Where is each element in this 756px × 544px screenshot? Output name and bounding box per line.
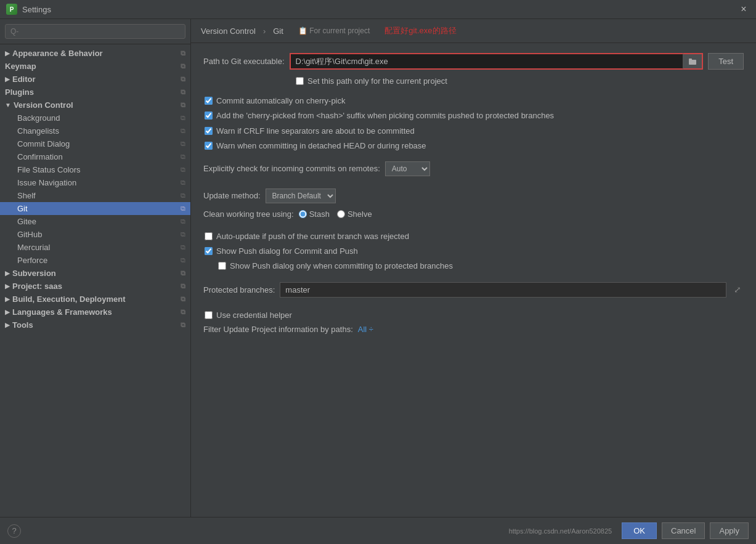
sidebar-item-background[interactable]: Background ⧉ xyxy=(0,112,190,124)
sidebar-item-languages[interactable]: ▶ Languages & Frameworks ⧉ xyxy=(0,306,190,319)
arrow-icon-editor: ▶ xyxy=(5,76,10,83)
for-project-text: For current project xyxy=(309,26,370,35)
folder-icon xyxy=(688,57,697,66)
divider2 xyxy=(203,182,744,189)
auto-update-row: Auto-update if push of the current branc… xyxy=(203,231,744,242)
annotation-text: 配置好git.exe的路径 xyxy=(384,25,456,36)
copy-icon-appearance: ⧉ xyxy=(181,49,185,57)
sidebar-item-shelf[interactable]: Shelf ⧉ xyxy=(0,189,190,202)
copy-icon-mercurial: ⧉ xyxy=(181,243,185,251)
copy-icon-shelf: ⧉ xyxy=(181,192,185,200)
arrow-icon-build: ▶ xyxy=(5,296,10,302)
stash-radio[interactable] xyxy=(299,210,307,218)
apply-button[interactable]: Apply xyxy=(710,522,749,539)
cherry-pick-checkbox[interactable] xyxy=(205,97,213,105)
crlf-label[interactable]: Warn if CRLF line separators are about t… xyxy=(216,126,415,137)
sidebar-label-commit-dialog: Commit Dialog xyxy=(17,139,70,148)
sidebar-item-perforce[interactable]: Perforce ⧉ xyxy=(0,254,190,267)
set-path-label[interactable]: Set this path only for the current proje… xyxy=(307,76,447,87)
sidebar-item-tools[interactable]: ▶ Tools ⧉ xyxy=(0,319,190,331)
test-button[interactable]: Test xyxy=(708,53,744,70)
sidebar-label-appearance: Appearance & Behavior xyxy=(12,49,103,58)
sidebar-item-file-status-colors[interactable]: File Status Colors ⧉ xyxy=(0,163,190,176)
expand-protected-button[interactable]: ⤢ xyxy=(731,283,744,296)
sidebar-item-subversion[interactable]: ▶ Subversion ⧉ xyxy=(0,267,190,280)
crlf-checkbox[interactable] xyxy=(205,127,213,135)
divider4 xyxy=(203,276,744,282)
sidebar-item-appearance[interactable]: ▶ Appearance & Behavior ⧉ xyxy=(0,47,190,60)
cherry-picked-suffix-label[interactable]: Add the 'cherry-picked from <hash>' suff… xyxy=(216,110,554,121)
incoming-select[interactable]: Auto Always Never xyxy=(385,161,430,176)
sidebar-item-editor[interactable]: ▶ Editor ⧉ xyxy=(0,73,190,86)
clean-tree-radio-group: Stash Shelve xyxy=(299,209,372,219)
update-method-select[interactable]: Branch Default Merge Rebase xyxy=(266,189,336,203)
copy-icon-editor: ⧉ xyxy=(181,75,185,83)
sidebar-item-gitee[interactable]: Gitee ⧉ xyxy=(0,215,190,228)
shelve-radio[interactable] xyxy=(337,210,345,218)
sidebar-label-file-status-colors: File Status Colors xyxy=(17,165,81,174)
incoming-label: Explicitly check for incoming commits on… xyxy=(203,164,380,173)
protected-branches-input[interactable] xyxy=(280,282,726,298)
crlf-row: Warn if CRLF line separators are about t… xyxy=(203,126,744,137)
copy-icon-background: ⧉ xyxy=(181,114,185,122)
breadcrumb-vc: Version Control xyxy=(201,26,256,36)
filter-value[interactable]: All ÷ xyxy=(358,325,373,334)
copy-icon-vc: ⧉ xyxy=(181,101,185,109)
detached-label[interactable]: Warn when committing in detached HEAD or… xyxy=(216,140,426,152)
bottom-bar: ? https://blog.csdn.net/Aaron520825 OK C… xyxy=(0,517,756,544)
path-browse-button[interactable] xyxy=(683,53,703,70)
show-push-protected-label[interactable]: Show Push dialog only when committing to… xyxy=(230,261,453,272)
arrow-icon-subversion: ▶ xyxy=(5,270,10,277)
path-input[interactable] xyxy=(290,53,683,70)
sidebar-item-github[interactable]: GitHub ⧉ xyxy=(0,228,190,241)
help-button[interactable]: ? xyxy=(7,524,21,538)
content-body: Path to Git executable: Test Set this pa… xyxy=(191,43,756,517)
detached-checkbox[interactable] xyxy=(205,142,213,150)
cancel-button[interactable]: Cancel xyxy=(662,522,705,539)
cherry-pick-label[interactable]: Commit automatically on cherry-pick xyxy=(216,95,346,107)
ok-button[interactable]: OK xyxy=(622,522,657,539)
copy-icon-confirmation: ⧉ xyxy=(181,153,185,161)
sidebar-item-keymap[interactable]: Keymap ⧉ xyxy=(0,60,190,73)
sidebar-item-project-saas[interactable]: ▶ Project: saas ⧉ xyxy=(0,280,190,293)
arrow-icon-vc: ▼ xyxy=(5,102,11,108)
set-path-checkbox[interactable] xyxy=(296,77,304,85)
auto-update-checkbox[interactable] xyxy=(205,232,213,240)
credential-checkbox[interactable] xyxy=(205,311,213,319)
path-label: Path to Git executable: xyxy=(203,57,285,66)
for-project-label: 📋 For current project xyxy=(298,26,370,35)
sidebar-item-build[interactable]: ▶ Build, Execution, Deployment ⧉ xyxy=(0,293,190,306)
copy-icon-commit-dialog: ⧉ xyxy=(181,140,185,148)
auto-update-label[interactable]: Auto-update if push of the current branc… xyxy=(216,231,409,242)
cherry-picked-suffix-checkbox[interactable] xyxy=(205,112,213,120)
sidebar-label-project-saas: Project: saas xyxy=(12,282,62,291)
bottom-left: ? xyxy=(7,524,21,538)
search-input[interactable] xyxy=(5,24,185,39)
sidebar-item-commit-dialog[interactable]: Commit Dialog ⧉ xyxy=(0,137,190,150)
copy-icon-tools: ⧉ xyxy=(181,321,185,329)
copy-icon-git: ⧉ xyxy=(181,205,185,213)
show-push-checkbox[interactable] xyxy=(205,247,213,255)
sidebar-label-languages: Languages & Frameworks xyxy=(12,307,112,317)
close-button[interactable]: × xyxy=(738,4,750,15)
breadcrumb-git: Git xyxy=(273,26,283,36)
sidebar-item-mercurial[interactable]: Mercurial ⧉ xyxy=(0,241,190,254)
sidebar-item-version-control[interactable]: ▼ Version Control ⧉ xyxy=(0,99,190,112)
divider5 xyxy=(203,304,744,310)
sidebar-item-issue-navigation[interactable]: Issue Navigation ⧉ xyxy=(0,176,190,189)
protected-branches-row: Protected branches: ⤢ xyxy=(203,282,744,298)
detached-row: Warn when committing in detached HEAD or… xyxy=(203,140,744,152)
show-push-protected-checkbox[interactable] xyxy=(218,262,226,270)
sidebar-item-plugins[interactable]: Plugins ⧉ xyxy=(0,86,190,99)
cherry-pick-row: Commit automatically on cherry-pick xyxy=(203,95,744,107)
stash-radio-label[interactable]: Stash xyxy=(299,209,330,219)
sidebar-label-subversion: Subversion xyxy=(12,269,56,278)
update-method-label: Update method: xyxy=(203,191,261,200)
shelve-radio-label[interactable]: Shelve xyxy=(337,209,372,219)
credential-label[interactable]: Use credential helper xyxy=(216,310,292,321)
sidebar-item-changelists[interactable]: Changelists ⧉ xyxy=(0,124,190,137)
sidebar-item-confirmation[interactable]: Confirmation ⧉ xyxy=(0,150,190,163)
show-push-label[interactable]: Show Push dialog for Commit and Push xyxy=(216,246,358,257)
copy-icon-gitee: ⧉ xyxy=(181,217,185,225)
sidebar-item-git[interactable]: Git ⧉ xyxy=(0,202,190,215)
